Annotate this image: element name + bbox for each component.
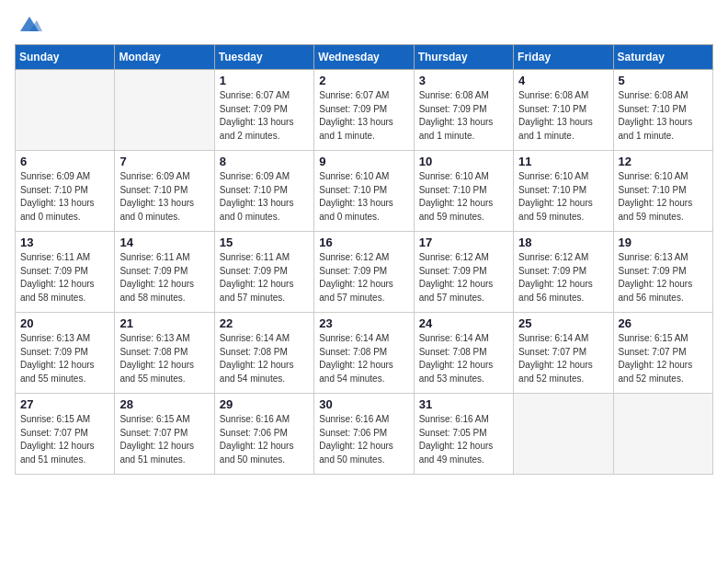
weekday-header-sunday: Sunday [16,45,115,70]
day-info: Sunrise: 6:10 AM Sunset: 7:10 PM Dayligh… [518,170,608,224]
day-info: Sunrise: 6:16 AM Sunset: 7:05 PM Dayligh… [419,413,508,466]
day-info: Sunrise: 6:12 AM Sunset: 7:09 PM Dayligh… [319,251,408,304]
day-number: 6 [20,155,109,168]
calendar-cell: 9Sunrise: 6:10 AM Sunset: 7:10 PM Daylig… [314,151,414,232]
calendar-cell: 20Sunrise: 6:13 AM Sunset: 7:09 PM Dayli… [16,313,115,394]
calendar-cell [115,70,214,151]
calendar-cell: 8Sunrise: 6:09 AM Sunset: 7:10 PM Daylig… [214,151,313,232]
day-info: Sunrise: 6:09 AM Sunset: 7:10 PM Dayligh… [20,170,109,224]
calendar-cell: 26Sunrise: 6:15 AM Sunset: 7:07 PM Dayli… [613,313,712,394]
calendar-cell: 1Sunrise: 6:07 AM Sunset: 7:09 PM Daylig… [214,70,313,151]
weekday-header-monday: Monday [115,45,214,70]
day-info: Sunrise: 6:13 AM Sunset: 7:08 PM Dayligh… [119,332,209,385]
weekday-header-tuesday: Tuesday [214,45,313,70]
calendar-cell: 28Sunrise: 6:15 AM Sunset: 7:07 PM Dayli… [115,394,214,475]
day-number: 9 [319,155,408,168]
logo-icon [17,15,42,33]
calendar-cell: 13Sunrise: 6:11 AM Sunset: 7:09 PM Dayli… [16,232,115,313]
calendar-cell: 19Sunrise: 6:13 AM Sunset: 7:09 PM Dayli… [613,232,712,313]
day-info: Sunrise: 6:16 AM Sunset: 7:06 PM Dayligh… [220,413,309,466]
calendar-cell: 16Sunrise: 6:12 AM Sunset: 7:09 PM Dayli… [314,232,414,313]
day-number: 31 [419,397,508,411]
day-number: 3 [419,74,508,87]
day-number: 21 [119,316,209,330]
day-info: Sunrise: 6:09 AM Sunset: 7:10 PM Dayligh… [220,170,309,224]
day-info: Sunrise: 6:14 AM Sunset: 7:08 PM Dayligh… [220,332,309,385]
day-number: 1 [220,74,309,87]
day-info: Sunrise: 6:13 AM Sunset: 7:09 PM Dayligh… [619,251,708,304]
calendar-cell: 10Sunrise: 6:10 AM Sunset: 7:10 PM Dayli… [414,151,513,232]
day-number: 18 [518,236,608,249]
weekday-header-saturday: Saturday [613,45,712,70]
weekday-header-friday: Friday [514,45,613,70]
day-info: Sunrise: 6:14 AM Sunset: 7:07 PM Dayligh… [518,332,608,385]
day-number: 25 [518,316,608,330]
day-number: 19 [619,236,708,249]
day-number: 13 [20,236,109,249]
calendar-cell: 5Sunrise: 6:08 AM Sunset: 7:10 PM Daylig… [613,70,712,151]
day-info: Sunrise: 6:08 AM Sunset: 7:10 PM Dayligh… [518,89,608,143]
day-info: Sunrise: 6:15 AM Sunset: 7:07 PM Dayligh… [20,413,109,466]
day-info: Sunrise: 6:10 AM Sunset: 7:10 PM Dayligh… [619,170,708,224]
day-info: Sunrise: 6:13 AM Sunset: 7:09 PM Dayligh… [20,332,109,385]
day-number: 7 [119,155,209,168]
calendar-cell [613,394,712,475]
day-number: 15 [220,236,309,249]
day-info: Sunrise: 6:15 AM Sunset: 7:07 PM Dayligh… [619,332,708,385]
day-info: Sunrise: 6:15 AM Sunset: 7:07 PM Dayligh… [119,413,209,466]
day-number: 28 [119,397,209,411]
day-number: 26 [619,316,708,330]
calendar-cell: 17Sunrise: 6:12 AM Sunset: 7:09 PM Dayli… [414,232,513,313]
day-info: Sunrise: 6:11 AM Sunset: 7:09 PM Dayligh… [220,251,309,304]
calendar-cell [16,70,115,151]
calendar-cell: 4Sunrise: 6:08 AM Sunset: 7:10 PM Daylig… [514,70,613,151]
day-number: 16 [319,236,408,249]
calendar-cell: 2Sunrise: 6:07 AM Sunset: 7:09 PM Daylig… [314,70,414,151]
day-number: 23 [319,316,408,330]
calendar-cell: 14Sunrise: 6:11 AM Sunset: 7:09 PM Dayli… [115,232,214,313]
day-number: 12 [619,155,708,168]
day-number: 30 [319,397,408,411]
day-number: 17 [419,236,508,249]
day-info: Sunrise: 6:10 AM Sunset: 7:10 PM Dayligh… [319,170,408,224]
weekday-header-wednesday: Wednesday [314,45,414,70]
day-number: 10 [419,155,508,168]
page-header [15,15,713,33]
day-number: 14 [119,236,209,249]
calendar-cell: 15Sunrise: 6:11 AM Sunset: 7:09 PM Dayli… [214,232,313,313]
calendar-cell: 7Sunrise: 6:09 AM Sunset: 7:10 PM Daylig… [115,151,214,232]
day-info: Sunrise: 6:09 AM Sunset: 7:10 PM Dayligh… [119,170,209,224]
calendar-cell: 23Sunrise: 6:14 AM Sunset: 7:08 PM Dayli… [314,313,414,394]
day-info: Sunrise: 6:11 AM Sunset: 7:09 PM Dayligh… [20,251,109,304]
day-info: Sunrise: 6:11 AM Sunset: 7:09 PM Dayligh… [119,251,209,304]
weekday-header-thursday: Thursday [414,45,513,70]
calendar-cell: 31Sunrise: 6:16 AM Sunset: 7:05 PM Dayli… [414,394,513,475]
day-number: 8 [220,155,309,168]
day-info: Sunrise: 6:08 AM Sunset: 7:09 PM Dayligh… [419,89,508,143]
calendar-cell: 11Sunrise: 6:10 AM Sunset: 7:10 PM Dayli… [514,151,613,232]
day-info: Sunrise: 6:07 AM Sunset: 7:09 PM Dayligh… [220,89,309,143]
day-info: Sunrise: 6:12 AM Sunset: 7:09 PM Dayligh… [518,251,608,304]
day-info: Sunrise: 6:14 AM Sunset: 7:08 PM Dayligh… [419,332,508,385]
day-info: Sunrise: 6:14 AM Sunset: 7:08 PM Dayligh… [319,332,408,385]
day-number: 11 [518,155,608,168]
day-number: 20 [20,316,109,330]
calendar-cell: 27Sunrise: 6:15 AM Sunset: 7:07 PM Dayli… [16,394,115,475]
calendar-cell: 25Sunrise: 6:14 AM Sunset: 7:07 PM Dayli… [514,313,613,394]
calendar-cell: 12Sunrise: 6:10 AM Sunset: 7:10 PM Dayli… [613,151,712,232]
day-info: Sunrise: 6:08 AM Sunset: 7:10 PM Dayligh… [619,89,708,143]
day-info: Sunrise: 6:16 AM Sunset: 7:06 PM Dayligh… [319,413,408,466]
day-info: Sunrise: 6:10 AM Sunset: 7:10 PM Dayligh… [419,170,508,224]
calendar-cell: 22Sunrise: 6:14 AM Sunset: 7:08 PM Dayli… [214,313,313,394]
logo [15,15,42,33]
calendar-cell: 30Sunrise: 6:16 AM Sunset: 7:06 PM Dayli… [314,394,414,475]
calendar-cell [514,394,613,475]
calendar-cell: 3Sunrise: 6:08 AM Sunset: 7:09 PM Daylig… [414,70,513,151]
calendar-cell: 21Sunrise: 6:13 AM Sunset: 7:08 PM Dayli… [115,313,214,394]
calendar-cell: 24Sunrise: 6:14 AM Sunset: 7:08 PM Dayli… [414,313,513,394]
calendar-cell: 6Sunrise: 6:09 AM Sunset: 7:10 PM Daylig… [16,151,115,232]
day-info: Sunrise: 6:07 AM Sunset: 7:09 PM Dayligh… [319,89,408,143]
day-number: 2 [319,74,408,87]
day-number: 4 [518,74,608,87]
calendar-table: SundayMondayTuesdayWednesdayThursdayFrid… [15,44,713,475]
